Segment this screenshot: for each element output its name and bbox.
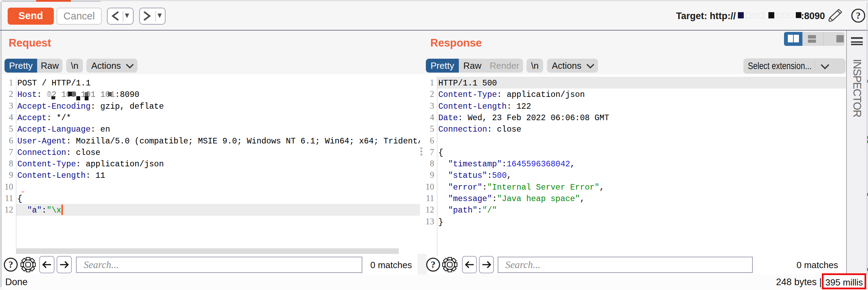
svg-text:?: ? — [8, 259, 13, 270]
svg-text:?: ? — [431, 259, 436, 270]
svg-text:?: ? — [856, 10, 861, 21]
